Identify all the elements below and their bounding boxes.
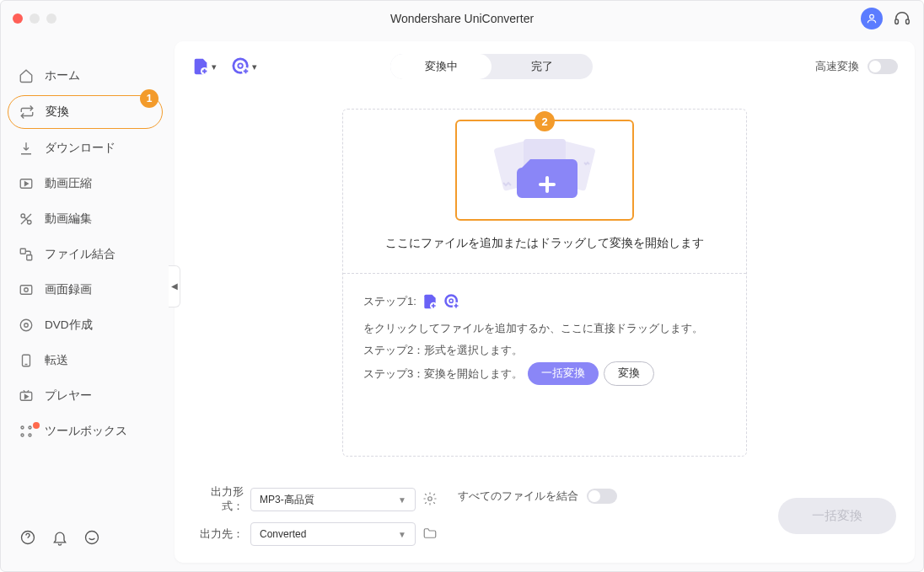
window-controls (13, 13, 56, 24)
merge-all-toggle[interactable] (587, 489, 617, 504)
sidebar-item-toolbox[interactable]: ツールボックス (8, 415, 163, 447)
chevron-down-icon: ▾ (212, 61, 217, 72)
toolbar: ▾ ▾ 変換中 完了 高速変換 (175, 41, 915, 92)
player-icon (18, 388, 35, 404)
minimize-icon[interactable] (30, 13, 40, 24)
bell-icon[interactable] (51, 529, 68, 546)
svg-point-15 (29, 426, 31, 429)
batch-convert-button[interactable]: 一括変換 (528, 362, 599, 385)
maximize-icon[interactable] (46, 13, 56, 24)
svg-point-9 (24, 288, 29, 292)
sidebar-item-convert[interactable]: 変換 1 (8, 95, 163, 129)
user-avatar[interactable] (861, 8, 883, 29)
add-disc-button[interactable]: ▾ (232, 57, 257, 76)
add-disc-icon (443, 293, 460, 310)
chevron-down-icon: ▼ (398, 530, 406, 539)
add-file-icon (422, 293, 438, 310)
bottom-bar: 出力形式： MP3-高品質 ▼ 出力先： Converted ▼ (175, 473, 915, 563)
compress-icon (18, 175, 35, 192)
sidebar-item-label: 動画圧縮 (45, 176, 92, 191)
titlebar: Wondershare UniConverter (1, 1, 923, 36)
steps-panel: ステップ1: をクリックしてファイルを追加するか、ここに直接ドラッグします。 ス… (343, 273, 746, 406)
home-icon (18, 67, 35, 84)
sidebar-collapse-button[interactable]: ◀ (169, 265, 180, 307)
convert-icon (19, 104, 35, 120)
settings-gear-icon[interactable] (422, 491, 439, 508)
fast-convert-label: 高速変換 (815, 60, 859, 74)
output-format-label: 出力形式： (193, 485, 244, 514)
sidebar-item-label: ツールボックス (45, 424, 127, 439)
sidebar-item-dvd[interactable]: DVD作成 (8, 309, 163, 341)
sidebar: ホーム 変換 1 ダウンロード 動画圧縮 動画編集 ファイル結合 (1, 36, 169, 571)
sidebar-item-label: 変換 (46, 104, 69, 120)
sidebar-item-label: ダウンロード (45, 141, 116, 156)
help-icon[interactable] (19, 529, 36, 546)
svg-point-16 (21, 434, 24, 436)
open-folder-icon[interactable] (422, 526, 439, 543)
dvd-icon (18, 317, 35, 334)
svg-point-10 (20, 319, 32, 331)
main-panel: ▾ ▾ 変換中 完了 高速変換 (175, 41, 915, 563)
merge-icon (18, 246, 35, 263)
sidebar-item-player[interactable]: プレヤー (8, 380, 163, 412)
sidebar-item-record[interactable]: 画面録画 (8, 274, 163, 306)
sidebar-item-download[interactable]: ダウンロード (8, 132, 163, 164)
sidebar-item-label: 画面録画 (45, 282, 92, 297)
app-title: Wondershare UniConverter (390, 12, 534, 25)
sidebar-item-edit[interactable]: 動画編集 (8, 203, 163, 235)
merge-all-label: すべてのファイルを結合 (458, 489, 578, 504)
output-path-select[interactable]: Converted ▼ (250, 522, 416, 546)
output-format-select[interactable]: MP3-高品質 ▼ (250, 488, 416, 511)
fast-convert-toggle[interactable] (868, 59, 898, 74)
sidebar-item-label: DVD作成 (45, 318, 93, 333)
support-icon[interactable] (893, 9, 911, 28)
edit-icon (18, 211, 35, 227)
sidebar-item-label: 転送 (45, 353, 68, 368)
output-path-value: Converted (260, 528, 306, 540)
output-format-value: MP3-高品質 (260, 493, 314, 507)
step3-text: ステップ3：変換を開始します。 (363, 363, 523, 385)
tab-converting[interactable]: 変換中 (390, 54, 492, 79)
step-badge-2: 2 (535, 111, 555, 131)
svg-point-31 (428, 497, 432, 501)
app-window: Wondershare UniConverter ホーム 変換 1 ダウンロ (0, 0, 924, 572)
chevron-down-icon: ▼ (398, 495, 406, 505)
download-icon (18, 140, 35, 157)
convert-button[interactable]: 変換 (604, 361, 654, 386)
sidebar-item-merge[interactable]: ファイル結合 (8, 238, 163, 270)
notification-dot (33, 422, 40, 429)
sidebar-item-home[interactable]: ホーム (8, 60, 163, 92)
sidebar-item-compress[interactable]: 動画圧縮 (8, 168, 163, 200)
step-badge-1: 1 (140, 89, 158, 108)
step2-text: ステップ2：形式を選択します。 (363, 339, 523, 361)
svg-rect-1 (895, 19, 899, 24)
svg-point-29 (449, 299, 453, 302)
batch-convert-main-button[interactable]: 一括変換 (778, 498, 896, 534)
svg-rect-6 (20, 249, 25, 254)
record-icon (18, 281, 35, 298)
svg-point-17 (29, 434, 31, 436)
svg-point-14 (21, 426, 24, 429)
feedback-icon[interactable] (83, 529, 100, 546)
add-disc-icon (232, 57, 250, 76)
svg-point-11 (24, 323, 29, 328)
transfer-icon (18, 352, 35, 369)
tab-done[interactable]: 完了 (492, 54, 593, 79)
sidebar-item-label: プレヤー (45, 388, 92, 404)
sidebar-item-label: 動画編集 (45, 211, 92, 227)
svg-rect-7 (27, 255, 32, 260)
sidebar-item-label: ファイル結合 (45, 247, 116, 262)
dropzone-text: ここにファイルを追加またはドラッグして変換を開始します (365, 236, 724, 251)
sidebar-item-label: ホーム (45, 68, 80, 83)
add-file-icon (191, 57, 210, 76)
sidebar-item-transfer[interactable]: 転送 (8, 345, 163, 377)
svg-point-22 (238, 63, 243, 68)
dropzone[interactable]: 2 ここにファイルを追加またはドラッグして変換を開始します (342, 109, 747, 457)
toolbox-icon (18, 423, 35, 440)
output-path-label: 出力先： (193, 527, 244, 542)
close-icon[interactable] (13, 13, 23, 24)
svg-point-19 (86, 532, 99, 544)
svg-rect-8 (20, 286, 32, 295)
add-file-button[interactable]: ▾ (191, 57, 217, 76)
step1-prefix: ステップ1: (363, 291, 416, 313)
